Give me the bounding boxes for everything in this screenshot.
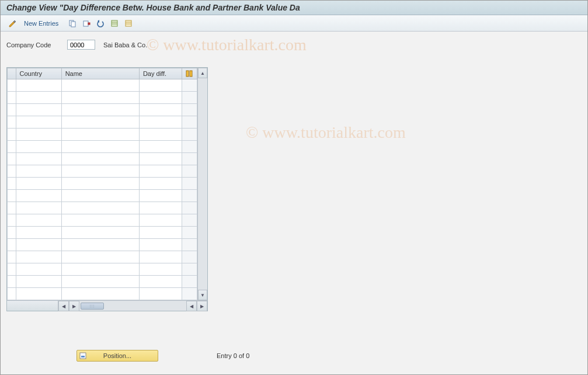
vertical-scrollbar[interactable]: ▲ ▼	[197, 68, 207, 300]
cell-daydiff[interactable]	[139, 153, 182, 165]
cell-name[interactable]	[61, 129, 139, 141]
cell-name[interactable]	[61, 116, 139, 129]
cell-daydiff[interactable]	[139, 104, 182, 116]
row-selector[interactable]	[8, 104, 16, 116]
horizontal-scrollbar[interactable]: ◀ ▶ ::: ◀ ▶	[7, 300, 207, 311]
new-entries-button[interactable]: New Entries	[20, 20, 62, 27]
cell-country[interactable]	[16, 104, 61, 116]
cell-name[interactable]	[61, 214, 139, 227]
row-selector[interactable]	[8, 190, 16, 202]
row-selector[interactable]	[8, 202, 16, 214]
cell-country[interactable]	[16, 116, 61, 129]
cell-daydiff[interactable]	[139, 202, 182, 214]
cell-country[interactable]	[16, 79, 61, 92]
cell-name[interactable]	[61, 239, 139, 251]
row-selector[interactable]	[8, 178, 16, 190]
cell-daydiff[interactable]	[139, 165, 182, 178]
cell-name[interactable]	[61, 178, 139, 190]
row-selector-header[interactable]	[8, 68, 16, 79]
scroll-down-icon[interactable]: ▼	[198, 290, 207, 300]
copy-icon[interactable]	[67, 18, 78, 29]
row-selector[interactable]	[8, 227, 16, 239]
cell-daydiff[interactable]	[139, 251, 182, 263]
cell-daydiff[interactable]	[139, 178, 182, 190]
cell-name[interactable]	[61, 104, 139, 116]
row-selector[interactable]	[8, 79, 16, 92]
cell-country[interactable]	[16, 153, 61, 165]
scroll-left-icon[interactable]: ◀	[58, 301, 69, 311]
row-selector[interactable]	[8, 165, 16, 178]
cell-name[interactable]	[61, 165, 139, 178]
cell-country[interactable]	[16, 129, 61, 141]
row-selector[interactable]	[8, 116, 16, 129]
scroll-right-icon[interactable]: ◀	[186, 301, 197, 311]
table-configure-icon[interactable]	[182, 68, 197, 79]
cell-spacer	[182, 153, 197, 165]
cell-daydiff[interactable]	[139, 79, 182, 92]
cell-daydiff[interactable]	[139, 276, 182, 288]
cell-country[interactable]	[16, 251, 61, 263]
scroll-track[interactable]	[198, 78, 207, 290]
cell-country[interactable]	[16, 239, 61, 251]
cell-daydiff[interactable]	[139, 141, 182, 153]
scroll-right-end-icon[interactable]: ▶	[197, 301, 207, 311]
delete-icon[interactable]	[81, 18, 92, 29]
scroll-left-end-icon[interactable]: ▶	[69, 301, 79, 311]
cell-country[interactable]	[16, 227, 61, 239]
hscroll-thumb[interactable]: :::	[81, 303, 104, 310]
cell-country[interactable]	[16, 92, 61, 104]
cell-daydiff[interactable]	[139, 214, 182, 227]
cell-daydiff[interactable]	[139, 190, 182, 202]
cell-country[interactable]	[16, 276, 61, 288]
cell-daydiff[interactable]	[139, 116, 182, 129]
cell-daydiff[interactable]	[139, 129, 182, 141]
cell-daydiff[interactable]	[139, 227, 182, 239]
row-selector[interactable]	[8, 276, 16, 288]
cell-country[interactable]	[16, 178, 61, 190]
company-code-input[interactable]	[67, 40, 95, 50]
cell-country[interactable]	[16, 263, 61, 276]
cell-country[interactable]	[16, 190, 61, 202]
cell-name[interactable]	[61, 227, 139, 239]
change-icon[interactable]	[6, 18, 18, 29]
cell-name[interactable]	[61, 79, 139, 92]
column-header-country[interactable]: Country	[16, 68, 61, 79]
cell-country[interactable]	[16, 165, 61, 178]
data-grid: Country Name Day diff.	[7, 68, 197, 300]
cell-name[interactable]	[61, 263, 139, 276]
scroll-up-icon[interactable]: ▲	[198, 68, 207, 78]
select-all-icon[interactable]	[109, 18, 120, 29]
cell-daydiff[interactable]	[139, 239, 182, 251]
cell-name[interactable]	[61, 190, 139, 202]
cell-name[interactable]	[61, 92, 139, 104]
row-selector[interactable]	[8, 153, 16, 165]
cell-country[interactable]	[16, 288, 61, 300]
cell-country[interactable]	[16, 141, 61, 153]
cell-name[interactable]	[61, 276, 139, 288]
row-selector[interactable]	[8, 129, 16, 141]
row-selector[interactable]	[8, 92, 16, 104]
cell-name[interactable]	[61, 141, 139, 153]
cell-name[interactable]	[61, 202, 139, 214]
undo-icon[interactable]	[95, 18, 106, 29]
deselect-all-icon[interactable]	[123, 18, 134, 29]
row-selector[interactable]	[8, 263, 16, 276]
cell-daydiff[interactable]	[139, 263, 182, 276]
cell-country[interactable]	[16, 202, 61, 214]
cell-spacer	[182, 214, 197, 227]
cell-daydiff[interactable]	[139, 288, 182, 300]
hscroll-track[interactable]: :::	[79, 301, 186, 311]
row-selector[interactable]	[8, 141, 16, 153]
cell-name[interactable]	[61, 251, 139, 263]
row-selector[interactable]	[8, 214, 16, 227]
column-header-daydiff[interactable]: Day diff.	[139, 68, 182, 79]
row-selector[interactable]	[8, 288, 16, 300]
cell-country[interactable]	[16, 214, 61, 227]
cell-daydiff[interactable]	[139, 92, 182, 104]
row-selector[interactable]	[8, 239, 16, 251]
position-button[interactable]: Position...	[76, 350, 158, 362]
cell-name[interactable]	[61, 288, 139, 300]
cell-name[interactable]	[61, 153, 139, 165]
row-selector[interactable]	[8, 251, 16, 263]
column-header-name[interactable]: Name	[61, 68, 139, 79]
